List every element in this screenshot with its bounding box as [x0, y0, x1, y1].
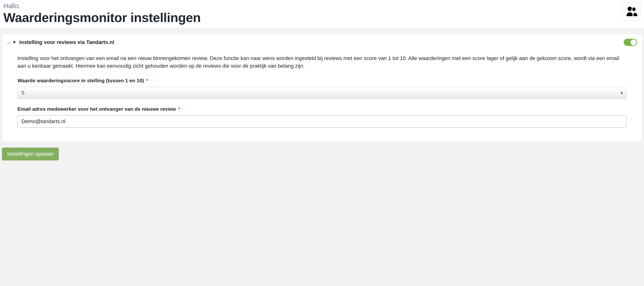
toggle-knob: [630, 40, 636, 45]
score-field: Waarde waarderingsscore in stelling (tus…: [18, 78, 626, 99]
card-header-left: ︿ ▼ Instelling voor reviews via Tandarts…: [7, 39, 114, 46]
card-body: Instelling voor het ontvangen van een em…: [7, 46, 637, 128]
email-label: Email adres medewerker voor het ontvange…: [18, 106, 626, 112]
section-description: Instelling voor het ontvangen van een em…: [18, 54, 626, 70]
greeting-text: Hallo,: [3, 2, 201, 10]
settings-card: ︿ ▼ Instelling voor reviews via Tandarts…: [2, 34, 642, 142]
header-text: Hallo, Waarderingsmonitor instellingen: [3, 2, 201, 25]
chevron-up-icon[interactable]: ︿: [7, 40, 11, 44]
score-label: Waarde waarderingsscore in stelling (tus…: [18, 78, 626, 84]
email-label-text: Email adres medewerker voor het ontvange…: [18, 106, 176, 112]
required-marker: *: [146, 78, 148, 83]
save-button[interactable]: Instellingen opslaan: [2, 148, 59, 160]
header-bar: Hallo, Waarderingsmonitor instellingen: [0, 0, 644, 28]
reorder-controls: ︿ ▼: [7, 40, 16, 44]
people-icon: [624, 4, 639, 19]
user-menu-button[interactable]: [622, 2, 641, 20]
page-title: Waarderingsmonitor instellingen: [3, 10, 201, 25]
section-title: Instelling voor reviews via Tandarts.nl: [19, 39, 114, 46]
required-marker: *: [178, 106, 180, 112]
score-label-text: Waarde waarderingsscore in stelling (tus…: [18, 78, 144, 83]
content-area: ︿ ▼ Instelling voor reviews via Tandarts…: [0, 28, 644, 168]
score-select-wrap: 5 ▲▼: [18, 87, 626, 99]
card-header: ︿ ▼ Instelling voor reviews via Tandarts…: [7, 39, 637, 46]
email-input[interactable]: [18, 115, 626, 128]
section-enable-toggle[interactable]: [624, 39, 637, 46]
chevron-down-icon[interactable]: ▼: [12, 40, 16, 44]
score-select[interactable]: 5: [18, 87, 626, 99]
email-field: Email adres medewerker voor het ontvange…: [18, 106, 626, 128]
